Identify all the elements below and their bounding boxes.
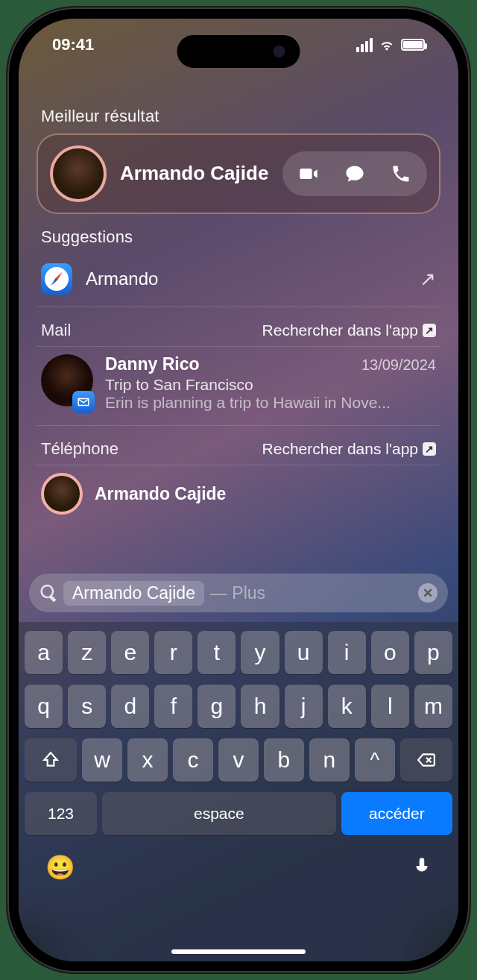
key-f[interactable]: f (154, 685, 192, 728)
facetime-button[interactable] (285, 154, 332, 193)
mail-avatar (41, 354, 93, 412)
space-key[interactable]: espace (102, 792, 336, 835)
phone-contact-name: Armando Cajide (95, 484, 226, 504)
keyboard-row-2: q s d f g h j k l m (23, 685, 454, 728)
section-header-mail: Mail Rechercher dans l'app ↗ (37, 307, 440, 346)
keyboard-row-1: a z e r t y u i o p (23, 631, 454, 674)
key-h[interactable]: h (241, 685, 279, 728)
keyboard-bottom-row: 😀 (23, 846, 454, 882)
message-button[interactable] (332, 154, 378, 193)
status-right (356, 37, 425, 53)
key-u[interactable]: u (285, 631, 323, 674)
key-caret[interactable]: ^ (355, 738, 395, 782)
search-token[interactable]: Armando Cajide (63, 581, 204, 606)
suggestion-text: Armando (86, 268, 406, 289)
contact-avatar (50, 145, 107, 202)
dynamic-island (177, 35, 300, 68)
key-m[interactable]: m (414, 685, 452, 728)
key-z[interactable]: z (68, 631, 106, 674)
key-b[interactable]: b (264, 738, 304, 782)
mail-app-badge-icon (72, 391, 95, 413)
section-header-phone: Téléphone Rechercher dans l'app ↗ (37, 425, 440, 465)
contact-actions (282, 151, 427, 196)
go-key[interactable]: accéder (341, 792, 452, 835)
external-icon: ↗ (423, 442, 436, 456)
home-indicator[interactable] (171, 949, 306, 954)
mail-preview: Erin is planning a trip to Hawaii in Nov… (105, 394, 436, 412)
key-c[interactable]: c (173, 738, 213, 782)
dictation-key[interactable] (412, 854, 432, 881)
emoji-key[interactable]: 😀 (45, 853, 75, 882)
status-time: 09:41 (52, 35, 94, 54)
key-g[interactable]: g (198, 685, 236, 728)
key-v[interactable]: v (218, 738, 259, 782)
key-y[interactable]: y (241, 631, 279, 674)
phone-result-row[interactable]: Armando Cajide (37, 465, 440, 515)
key-w[interactable]: w (82, 738, 122, 782)
call-button[interactable] (378, 154, 424, 193)
open-arrow-icon: ↗ (420, 268, 436, 291)
wifi-icon (379, 37, 395, 53)
key-a[interactable]: a (25, 631, 63, 674)
suggestions-label: Suggestions (41, 227, 436, 247)
backspace-key[interactable] (400, 738, 452, 782)
mail-subject: Trip to San Francisco (105, 376, 436, 394)
key-o[interactable]: o (371, 631, 409, 674)
shift-key[interactable] (25, 738, 77, 782)
search-suffix: — Plus (210, 583, 265, 603)
phone-section-title: Téléphone (41, 439, 119, 459)
screen: 09:41 Meilleur résultat Armando Cajide S… (19, 19, 458, 961)
search-input[interactable]: Armando Cajide — Plus ✕ (29, 574, 448, 612)
key-l[interactable]: l (371, 685, 409, 728)
suggestion-row[interactable]: Armando ↗ (37, 254, 440, 304)
key-e[interactable]: e (111, 631, 149, 674)
clear-search-button[interactable]: ✕ (418, 583, 437, 603)
search-in-mail-link[interactable]: Rechercher dans l'app ↗ (262, 321, 436, 339)
mail-date: 13/09/2024 (361, 356, 436, 374)
key-i[interactable]: i (328, 631, 366, 674)
key-r[interactable]: r (154, 631, 192, 674)
mail-result-row[interactable]: Danny Rico 13/09/2024 Trip to San Franci… (37, 346, 440, 422)
mail-body: Danny Rico 13/09/2024 Trip to San Franci… (105, 354, 436, 412)
top-hit-name: Armando Cajide (120, 163, 269, 185)
key-n[interactable]: n (309, 738, 350, 782)
device-frame: 09:41 Meilleur résultat Armando Cajide S… (7, 7, 470, 973)
best-result-label: Meilleur résultat (41, 107, 436, 126)
key-t[interactable]: t (198, 631, 236, 674)
battery-icon (401, 39, 425, 51)
keyboard: a z e r t y u i o p q s d f g h j k l (19, 622, 458, 961)
key-p[interactable]: p (414, 631, 452, 674)
key-s[interactable]: s (68, 685, 106, 728)
safari-icon (41, 263, 72, 295)
keyboard-row-4: 123 espace accéder (23, 792, 454, 835)
key-x[interactable]: x (127, 738, 168, 782)
key-j[interactable]: j (285, 685, 323, 728)
keyboard-row-3: w x c v b n ^ (23, 738, 454, 782)
mail-section-title: Mail (41, 321, 71, 340)
contact-avatar (41, 473, 83, 515)
numbers-key[interactable]: 123 (25, 792, 97, 835)
top-hit-card[interactable]: Armando Cajide (37, 134, 440, 214)
key-d[interactable]: d (111, 685, 149, 728)
key-q[interactable]: q (25, 685, 63, 728)
search-in-phone-link[interactable]: Rechercher dans l'app ↗ (262, 440, 436, 458)
cellular-icon (356, 38, 373, 52)
search-icon (40, 584, 57, 602)
key-k[interactable]: k (328, 685, 366, 728)
external-icon: ↗ (423, 324, 436, 337)
mail-sender: Danny Rico (105, 354, 200, 374)
